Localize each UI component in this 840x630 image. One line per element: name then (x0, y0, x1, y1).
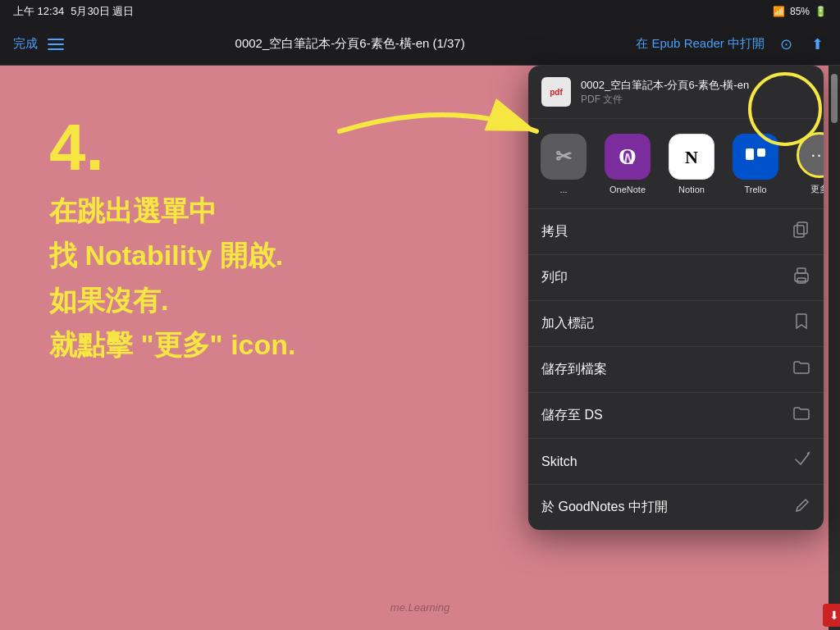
popup-header-text: 0002_空白筆記本-分頁6-素色-橫-en PDF 文件 (581, 78, 810, 107)
app-icon-item-notion[interactable]: N Notion (663, 134, 720, 194)
menu-item-bookmark[interactable]: 加入標記 (528, 301, 824, 347)
open-in-button[interactable]: 在 Epub Reader 中打開 (636, 36, 765, 52)
nav-right: 在 Epub Reader 中打開 ⊙ ⬆ (636, 34, 827, 54)
print-icon (792, 267, 810, 289)
copy-icon (792, 221, 810, 243)
status-bar-right: 📶 85% 🔋 (773, 6, 827, 17)
date-display: 5月30日 週日 (71, 4, 134, 19)
menu-icon[interactable] (48, 39, 64, 50)
status-bar: 上午 12:34 5月30日 週日 📶 85% 🔋 (0, 0, 840, 23)
battery-display: 85% (790, 6, 810, 17)
share-icon[interactable]: ⬆ (807, 34, 827, 54)
scrollbar-thumb[interactable] (831, 74, 838, 123)
menu-item-copy[interactable]: 拷貝 (528, 209, 824, 255)
more-icon[interactable]: ··· (797, 132, 824, 178)
popup-filetype: PDF 文件 (581, 93, 810, 107)
svg-rect-6 (797, 222, 807, 234)
status-bar-left: 上午 12:34 5月30日 週日 (13, 4, 134, 19)
text-line-4: 就點擊 "更多" icon. (49, 322, 295, 367)
person-icon[interactable]: ⊙ (776, 34, 796, 54)
nav-left: 完成 (13, 36, 64, 52)
share-popup: pdf 0002_空白筆記本-分頁6-素色-橫-en PDF 文件 ✂ ... … (528, 66, 824, 530)
text-line-1: 在跳出選單中 (49, 189, 295, 233)
battery-icon: 🔋 (815, 6, 827, 17)
pdf-icon: pdf (541, 77, 571, 107)
notion-icon: N (669, 134, 714, 180)
text-line-3: 如果沒有. (49, 278, 295, 322)
done-button[interactable]: 完成 (13, 36, 38, 52)
wifi-icon: 📶 (773, 6, 785, 17)
svg-rect-4 (757, 148, 765, 157)
step-number: 4. (49, 115, 295, 180)
menu-items: 拷貝 列印 加入標記 (528, 209, 824, 530)
menu-item-save-ds[interactable]: 儲存至 DS (528, 393, 824, 439)
menu-item-print[interactable]: 列印 (528, 255, 824, 301)
notion-label: Notion (678, 185, 705, 194)
watermark: me.Learning (390, 601, 450, 614)
nav-title: 0002_空白筆記本-分頁6-素色-橫-en (1/37) (64, 36, 636, 52)
menu-item-goodnotes[interactable]: 於 GoodNotes 中打開 (528, 485, 824, 530)
trello-label: Trello (744, 185, 766, 194)
scroll-end-button[interactable]: ⬇ (823, 604, 840, 627)
instruction-text: 在跳出選單中 找 Notability 開啟. 如果沒有. 就點擊 "更多" i… (49, 189, 295, 368)
onenote-label: OneNote (609, 185, 646, 194)
handwritten-content: 4. 在跳出選單中 找 Notability 開啟. 如果沒有. 就點擊 "更多… (49, 115, 295, 368)
app-icon-item-more[interactable]: ··· 更多 (791, 132, 824, 195)
trello-icon (733, 134, 778, 180)
text-line-2: 找 Notability 開啟. (49, 233, 295, 277)
menu-item-save-file[interactable]: 儲存到檔案 (528, 347, 824, 393)
more-label: 更多 (810, 183, 824, 195)
navigation-bar: 完成 0002_空白筆記本-分頁6-素色-橫-en (1/37) 在 Epub … (0, 23, 840, 66)
popup-header: pdf 0002_空白筆記本-分頁6-素色-橫-en PDF 文件 (528, 66, 824, 119)
svg-rect-8 (797, 268, 806, 273)
svg-rect-5 (794, 226, 804, 237)
folder-icon (792, 358, 810, 381)
app-icon-item-trello[interactable]: Trello (727, 134, 784, 194)
partial-app-label: ... (559, 185, 567, 194)
onenote-icon: O N (605, 134, 651, 180)
svg-rect-9 (797, 278, 806, 283)
menu-item-skitch[interactable]: Skitch (528, 439, 824, 485)
svg-rect-2 (741, 142, 770, 171)
goodnotes-icon (792, 496, 810, 518)
svg-rect-3 (746, 148, 754, 160)
folder-ds-icon (792, 404, 810, 427)
scrollbar[interactable]: ⬇ (829, 66, 840, 630)
app-icons-row: ✂ ... O N OneNote N Notion (528, 119, 824, 209)
skitch-icon (792, 450, 810, 472)
bookmark-icon (792, 313, 810, 335)
app-icon-item-onenote[interactable]: O N OneNote (599, 134, 656, 194)
time-display: 上午 12:34 (13, 4, 64, 19)
popup-filename: 0002_空白筆記本-分頁6-素色-橫-en (581, 78, 810, 93)
svg-text:N: N (685, 147, 698, 167)
app-icon-item-partial[interactable]: ✂ ... (535, 134, 592, 194)
